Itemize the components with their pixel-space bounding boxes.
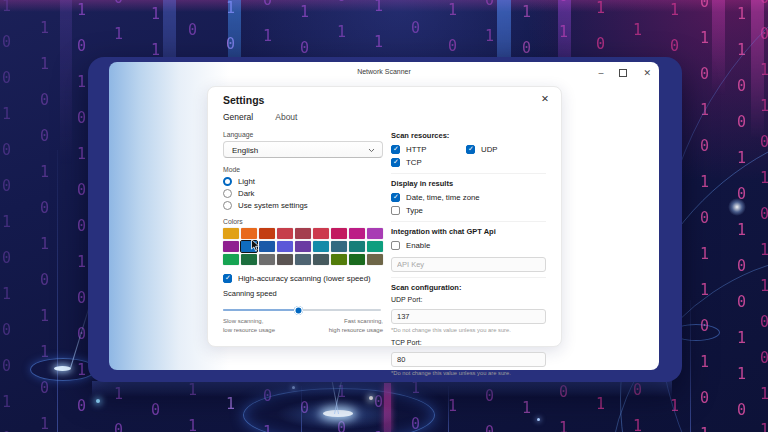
- desktop-background: 1 0 0 1 0 0 1 0 1 0 0 1 00 1 1 0 0 1 0 1…: [0, 0, 768, 432]
- slider-fill: [223, 309, 299, 311]
- settings-dialog: Settings ✕ General About Language Englis…: [207, 86, 562, 347]
- window-titlebar[interactable]: Network Scanner – ✕: [109, 62, 659, 84]
- active-tab-underline: [223, 125, 244, 128]
- udp-port-warning: *Do not change this value unless you are…: [391, 327, 546, 333]
- color-swatch[interactable]: [295, 254, 311, 265]
- color-swatch[interactable]: [295, 228, 311, 239]
- color-swatch[interactable]: [223, 254, 239, 265]
- udp-port-input[interactable]: [391, 309, 546, 324]
- color-swatch[interactable]: [277, 241, 293, 252]
- radio-icon: [223, 201, 232, 210]
- settings-right-column: Scan resources: HTTP UDP TCP: [391, 131, 546, 382]
- scanning-speed-label: Scanning speed: [223, 289, 383, 298]
- color-swatch[interactable]: [295, 241, 311, 252]
- radio-system[interactable]: Use system settings: [223, 200, 383, 212]
- udp-port-label: UDP Port:: [391, 296, 546, 303]
- color-swatch[interactable]: [349, 254, 365, 265]
- close-button[interactable]: ✕: [643, 69, 651, 78]
- checkbox-icon: [391, 145, 400, 154]
- tab-general[interactable]: General: [223, 112, 253, 122]
- maximize-button[interactable]: [619, 69, 627, 77]
- dialog-close-icon[interactable]: ✕: [541, 93, 549, 104]
- scan-config-title: Scan configuration:: [391, 283, 546, 292]
- language-label: Language: [223, 131, 383, 138]
- checkbox-icon: [466, 145, 475, 154]
- radio-icon: [223, 189, 232, 198]
- colors-label: Colors: [223, 218, 383, 225]
- tcp-port-warning: *Do not change this value unless you are…: [391, 370, 546, 376]
- window-content: Network Scanner – ✕ Settings ✕ General A…: [109, 62, 659, 370]
- slider-captions: Slow scanning, low resource usage Fast s…: [223, 317, 383, 334]
- binary-column: 1 0 0 1 0 0 1 0 1 0 0 1 0: [2, 0, 11, 432]
- vertical-line: [57, 150, 58, 432]
- radio-icon: [223, 177, 232, 186]
- color-swatch[interactable]: [331, 241, 347, 252]
- minimize-button[interactable]: –: [598, 69, 603, 78]
- checkbox-udp[interactable]: UDP: [466, 144, 497, 156]
- tcp-port-input[interactable]: [391, 352, 546, 367]
- glow-dot: [537, 418, 540, 421]
- integration-title: Integration with chat GPT Api: [391, 227, 546, 236]
- display-results-title: Display in results: [391, 179, 546, 188]
- color-swatch[interactable]: [259, 228, 275, 239]
- radio-light[interactable]: Light: [223, 176, 383, 188]
- color-swatch[interactable]: [367, 228, 383, 239]
- mouse-cursor-icon: [250, 238, 261, 256]
- radio-dark[interactable]: Dark: [223, 188, 383, 200]
- checkbox-http[interactable]: HTTP: [391, 144, 466, 156]
- checkbox-enable-gpt[interactable]: Enable: [391, 240, 546, 252]
- checkbox-type[interactable]: Type: [391, 205, 546, 217]
- divider: [391, 173, 546, 174]
- api-key-input[interactable]: [391, 257, 546, 272]
- app-window: Network Scanner – ✕ Settings ✕ General A…: [88, 57, 682, 382]
- sparkle: [728, 198, 746, 216]
- slow-caption: Slow scanning, low resource usage: [223, 317, 275, 334]
- glow-dot: [96, 399, 100, 403]
- color-swatch[interactable]: [331, 228, 347, 239]
- tab-about[interactable]: About: [275, 112, 297, 122]
- checkbox-icon: [391, 206, 400, 215]
- color-swatch[interactable]: [277, 228, 293, 239]
- color-swatch[interactable]: [223, 228, 239, 239]
- language-value: English: [232, 146, 258, 155]
- window-title: Network Scanner: [109, 68, 659, 75]
- color-grid: [223, 228, 383, 265]
- color-swatch[interactable]: [259, 254, 275, 265]
- color-swatch[interactable]: [349, 241, 365, 252]
- color-swatch[interactable]: [331, 254, 347, 265]
- checkbox-tcp[interactable]: TCP: [391, 157, 546, 169]
- slider-thumb[interactable]: [294, 306, 303, 315]
- divider: [391, 221, 546, 222]
- checkbox-icon: [391, 241, 400, 250]
- radar-core-left: [54, 366, 71, 371]
- checkbox-icon: [391, 158, 400, 167]
- tcp-port-label: TCP Port:: [391, 339, 546, 346]
- checkbox-datetime[interactable]: Date, time, time zone: [391, 192, 546, 204]
- color-swatch[interactable]: [313, 254, 329, 265]
- glow-bar: [60, 0, 72, 165]
- checkbox-high-accuracy[interactable]: High-accuracy scanning (lower speed): [223, 273, 383, 285]
- color-swatch[interactable]: [223, 241, 239, 252]
- divider: [391, 277, 546, 278]
- color-swatch[interactable]: [313, 228, 329, 239]
- mode-label: Mode: [223, 166, 383, 173]
- checkbox-icon: [391, 193, 400, 202]
- chevron-down-icon: [368, 147, 375, 154]
- scanning-speed-slider[interactable]: [223, 305, 381, 314]
- settings-left-column: Language English Mode Light Dar: [223, 131, 383, 334]
- scan-resources-title: Scan resources:: [391, 131, 546, 140]
- dialog-title: Settings: [223, 94, 264, 106]
- language-select[interactable]: English: [223, 141, 383, 158]
- checkbox-icon: [223, 274, 232, 283]
- color-swatch[interactable]: [259, 241, 275, 252]
- color-swatch[interactable]: [349, 228, 365, 239]
- color-swatch[interactable]: [367, 241, 383, 252]
- floor-glow: [92, 381, 672, 397]
- color-swatch[interactable]: [313, 241, 329, 252]
- fast-caption: Fast scanning, high resource usage: [329, 317, 383, 334]
- color-swatch[interactable]: [241, 241, 257, 252]
- color-swatch[interactable]: [367, 254, 383, 265]
- tab-bar: General About: [223, 112, 297, 122]
- color-swatch[interactable]: [277, 254, 293, 265]
